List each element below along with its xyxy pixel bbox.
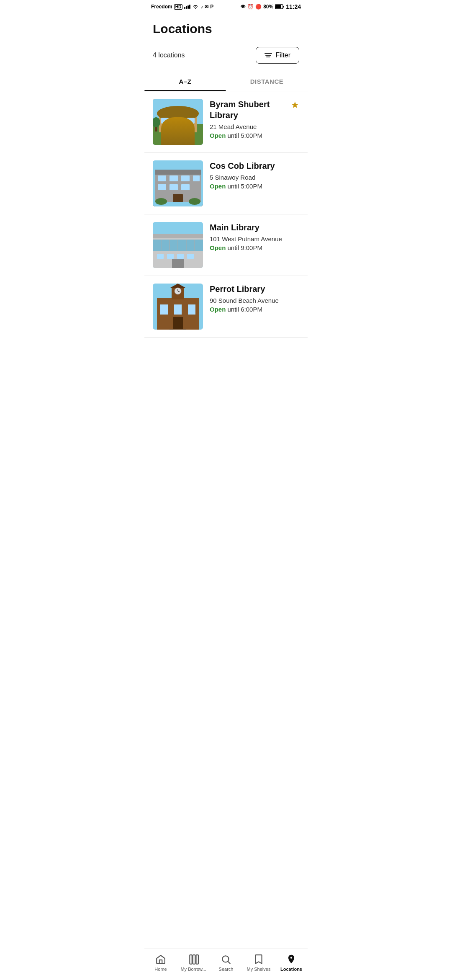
location-address-coscob: 5 Sinawoy Road [210,174,299,181]
location-name-byram: Byram Shubert Library [210,99,299,121]
location-item-byram[interactable]: Byram Shubert Library ★ 21 Mead Avenue O… [144,91,308,153]
status-open-perrot: Open [210,306,226,313]
svg-rect-38 [172,259,184,268]
svg-rect-35 [167,254,174,259]
battery-icon [275,4,284,9]
svg-point-23 [155,198,167,205]
page-title: Locations [153,22,299,36]
location-address-perrot: 90 Sound Beach Avenue [210,297,299,304]
location-status-perrot: Open until 6:00PM [210,306,299,313]
location-address-main: 101 West Putnam Avenue [210,235,299,242]
location-status-main: Open until 9:00PM [210,244,299,251]
status-until-byram: until 5:00PM [226,132,262,139]
main-building-svg [153,222,203,268]
location-name-coscob: Cos Cob Library [210,160,299,171]
svg-rect-49 [188,304,195,315]
svg-rect-14 [155,170,201,175]
location-list: Byram Shubert Library ★ 21 Mead Avenue O… [144,91,308,338]
svg-rect-50 [173,317,183,330]
status-left: Freedom HD ♪ ✉ P [151,4,213,10]
status-open-byram: Open [210,132,226,139]
svg-point-24 [189,198,200,205]
location-thumb-main [153,222,203,268]
filter-row: 4 locations Filter [144,40,308,70]
location-item-perrot[interactable]: Perrot Library 90 Sound Beach Avenue Ope… [144,276,308,338]
alarm-icon: ⏰ [247,4,254,10]
location-item-coscob[interactable]: Cos Cob Library 5 Sinawoy Road Open unti… [144,153,308,214]
location-item-main[interactable]: Main Library 101 West Putnam Avenue Open… [144,214,308,276]
svg-rect-16 [170,175,178,181]
svg-rect-9 [187,118,195,124]
battery-label: 80% [263,4,273,10]
location-thumb-coscob [153,160,203,206]
eye-icon: 👁 [241,4,246,10]
location-status-coscob: Open until 5:00PM [210,183,299,190]
svg-rect-48 [174,304,182,315]
svg-rect-7 [173,126,183,134]
svg-rect-51 [170,329,186,330]
location-thumb-perrot [153,284,203,330]
sort-tabs: A–Z DISTANCE [144,72,308,91]
svg-rect-19 [158,184,166,190]
svg-rect-34 [157,254,164,259]
time-display: 11:24 [286,3,301,10]
carrier-label: Freedom [151,4,172,10]
status-open-main: Open [210,244,226,251]
filter-label: Filter [275,52,290,59]
filter-line-2 [265,55,271,56]
main-content: Freedom HD ♪ ✉ P 👁 ⏰ [144,0,308,371]
svg-rect-22 [173,194,183,202]
byram-building-svg [153,99,203,145]
mail-icon: ✉ [205,4,208,10]
svg-rect-20 [170,184,178,190]
location-name-perrot: Perrot Library [210,284,299,294]
page-header: Locations [144,13,308,40]
filter-line-3 [266,57,270,57]
status-until-perrot: until 6:00PM [226,306,262,313]
filter-line-1 [265,53,272,54]
location-info-coscob: Cos Cob Library 5 Sinawoy Road Open unti… [203,160,299,190]
status-open-coscob: Open [210,183,226,190]
status-until-main: until 9:00PM [226,244,262,251]
svg-rect-21 [181,184,190,190]
svg-rect-8 [161,118,169,124]
location-info-byram: Byram Shubert Library ★ 21 Mead Avenue O… [203,99,299,139]
coscob-building-svg [153,160,203,206]
svg-rect-1 [275,5,281,8]
svg-rect-17 [181,175,190,181]
status-bar: Freedom HD ♪ ✉ P 👁 ⏰ [144,0,308,13]
svg-rect-36 [177,254,184,259]
music-icon: ♪ [200,4,203,10]
filter-button[interactable]: Filter [256,47,299,64]
tab-az[interactable]: A–Z [144,72,226,91]
bluetooth-icon: 🔴 [255,4,262,10]
location-address-byram: 21 Mead Avenue [210,123,299,130]
tab-distance[interactable]: DISTANCE [226,72,308,91]
location-info-main: Main Library 101 West Putnam Avenue Open… [203,222,299,251]
svg-rect-18 [193,175,200,181]
svg-rect-27 [153,234,203,238]
wifi-icon [192,4,199,9]
p-icon: P [210,4,213,10]
location-status-byram: Open until 5:00PM [210,132,299,139]
location-thumb-byram [153,99,203,145]
location-info-perrot: Perrot Library 90 Sound Beach Avenue Ope… [203,284,299,313]
svg-rect-2 [283,6,284,8]
hd-badge: HD [174,4,182,10]
favorite-star-byram[interactable]: ★ [291,100,299,111]
svg-rect-15 [158,175,166,181]
svg-rect-47 [160,304,168,315]
status-right: 👁 ⏰ 🔴 80% 11:24 [241,3,301,10]
perrot-building-svg [153,284,203,330]
filter-icon [265,53,272,57]
signal-icon [184,5,190,9]
svg-rect-37 [187,254,194,259]
locations-count: 4 locations [153,52,185,59]
status-until-coscob: until 5:00PM [226,183,262,190]
location-name-main: Main Library [210,222,299,233]
